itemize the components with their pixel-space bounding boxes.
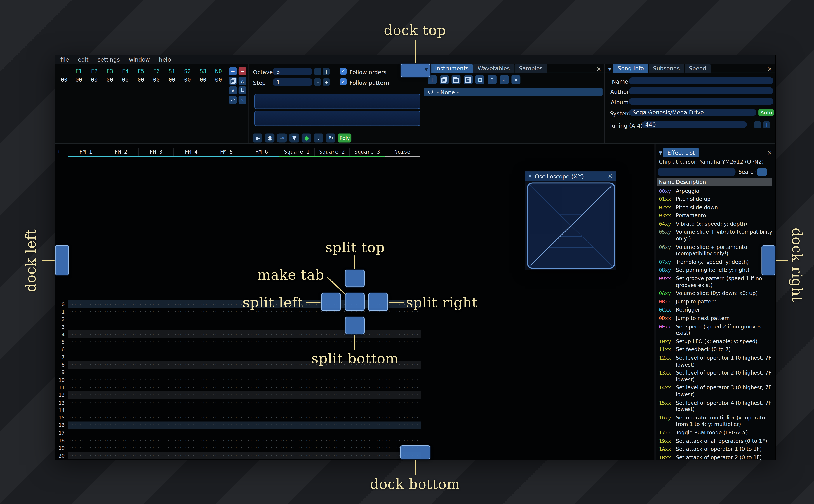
pattern-cell[interactable]: ··· ·· ·· ··· — [138, 415, 173, 420]
step-one-row-button[interactable]: ▼ — [289, 134, 299, 143]
order-value-f3[interactable]: 00 — [102, 76, 118, 83]
channel-header-fm-3[interactable]: FM 3 — [139, 148, 174, 156]
play-button[interactable]: ▶ — [253, 134, 263, 143]
tab-speed[interactable]: Speed — [685, 64, 711, 73]
pattern-cell[interactable]: ··· ·· ·· ··· — [208, 423, 244, 428]
pattern-cell[interactable]: ··· ·· ·· ··· — [314, 377, 349, 382]
pattern-cell[interactable]: ··· ·· ·· ··· — [384, 408, 420, 412]
channel-options-button[interactable]: ++ — [57, 149, 64, 155]
pattern-cell[interactable]: ··· ·· ·· ··· — [103, 446, 138, 450]
piano-widget[interactable] — [254, 94, 421, 126]
order-value-f2[interactable]: 00 — [86, 76, 102, 83]
pattern-cell[interactable]: ··· ·· ·· ··· — [173, 430, 209, 435]
pattern-cell[interactable]: ··· ·· ·· ··· — [103, 309, 138, 314]
pattern-cell[interactable]: ··· ·· ·· ··· — [68, 362, 103, 367]
pattern-cell[interactable]: ··· ·· ·· ··· — [314, 317, 349, 322]
pattern-cell[interactable]: ··· ·· ·· ··· — [279, 324, 314, 329]
pattern-cell[interactable]: ··· ·· ·· ··· — [244, 347, 279, 352]
tab-wavetables[interactable]: Wavetables — [473, 64, 514, 73]
pattern-cell[interactable]: ··· ·· ·· ··· — [68, 317, 103, 322]
effect-search-input[interactable] — [658, 168, 736, 176]
pattern-cell[interactable]: ··· ·· ·· ··· — [349, 430, 384, 435]
pattern-cell[interactable]: ··· ·· ·· ··· — [138, 400, 173, 405]
pattern-cell[interactable]: ··· ·· ·· ··· — [68, 438, 103, 443]
split-target-bottom[interactable] — [345, 317, 364, 334]
octave-increase-button[interactable]: + — [323, 68, 330, 75]
pattern-cell[interactable]: ··· ·· ·· ··· — [173, 393, 209, 397]
pattern-cell[interactable]: ··· ·· ·· ··· — [279, 400, 314, 405]
pattern-cell[interactable]: ··· ·· ·· ··· — [244, 355, 279, 359]
follow-orders-checkbox[interactable]: ✓ — [340, 68, 347, 75]
pattern-cell[interactable]: ··· ·· ·· ··· — [208, 362, 244, 367]
pattern-cell[interactable]: ··· ·· ·· ··· — [349, 400, 384, 405]
pattern-cell[interactable]: ··· ·· ·· ··· — [68, 370, 103, 375]
pattern-cell[interactable]: ··· ·· ·· ··· — [384, 415, 420, 420]
pattern-cell[interactable]: ··· ·· ·· ··· — [103, 438, 138, 443]
pattern-cell[interactable]: ··· ·· ·· ··· — [244, 430, 279, 435]
menu-help[interactable]: help — [159, 56, 171, 63]
channel-header-square-3[interactable]: Square 3 — [350, 148, 385, 156]
oscilloscope-title-bar[interactable]: ▼ Oscilloscope (X-Y) × — [525, 172, 616, 181]
close-icon[interactable]: × — [767, 149, 772, 156]
collapse-icon[interactable]: ▼ — [659, 151, 662, 155]
effect-list-menu-button[interactable]: ≡ — [757, 168, 767, 176]
pattern-cell[interactable]: ··· ·· ·· ··· — [244, 400, 279, 405]
channel-header-fm-2[interactable]: FM 2 — [104, 148, 139, 156]
pattern-cell[interactable]: ··· ·· ·· ··· — [349, 385, 384, 390]
channel-header-fm-4[interactable]: FM 4 — [174, 148, 209, 156]
pattern-cell[interactable]: ··· ·· ·· ··· — [208, 393, 244, 397]
pattern-cell[interactable]: ··· ·· ·· ··· — [103, 370, 138, 375]
octave-decrease-button[interactable]: - — [314, 68, 321, 75]
pattern-cell[interactable]: ··· ·· ·· ··· — [349, 423, 384, 428]
order-row-index[interactable]: 00 — [57, 76, 71, 83]
pattern-cell[interactable]: ··· ·· ·· ··· — [314, 423, 349, 428]
make-tab-target[interactable] — [345, 293, 364, 311]
pattern-cell[interactable]: ··· ·· ·· ··· — [279, 446, 314, 450]
pattern-cell[interactable]: ··· ·· ·· ··· — [173, 362, 209, 367]
pattern-cell[interactable]: ··· ·· ·· ··· — [173, 446, 209, 450]
pattern-cell[interactable]: ··· ·· ·· ··· — [244, 317, 279, 322]
order-value-f5[interactable]: 00 — [133, 76, 149, 83]
pattern-cell[interactable]: ··· ·· ·· ··· — [103, 317, 138, 322]
tuning-field[interactable]: 440 — [642, 121, 747, 128]
pattern-cell[interactable]: ··· ·· ·· ··· — [279, 393, 314, 397]
pattern-cell[interactable]: ··· ·· ·· ··· — [349, 446, 384, 450]
pattern-cell[interactable]: ··· ·· ·· ··· — [173, 377, 209, 382]
pattern-cell[interactable]: ··· ·· ·· ··· — [208, 370, 244, 375]
pattern-cell[interactable]: ··· ·· ·· ··· — [173, 332, 209, 337]
pattern-cell[interactable]: ··· ·· ·· ··· — [173, 302, 209, 307]
system-field[interactable]: Sega Genesis/Mega Drive — [629, 109, 757, 116]
pattern-cell[interactable]: ··· ·· ·· ··· — [349, 415, 384, 420]
close-icon[interactable]: × — [608, 173, 613, 179]
pattern-cell[interactable]: ··· ·· ·· ··· — [68, 423, 103, 428]
pattern-cell[interactable]: ··· ·· ·· ··· — [208, 385, 244, 390]
move-instrument-up-button[interactable]: ↑ — [488, 75, 497, 84]
pattern-cell[interactable]: ··· ·· ·· ··· — [103, 453, 138, 458]
add-order-button[interactable]: + — [229, 67, 237, 75]
collapse-icon[interactable]: ▼ — [608, 67, 612, 71]
menu-edit[interactable]: edit — [78, 56, 89, 63]
order-value-n0[interactable]: 00 — [211, 76, 226, 83]
pattern-cell[interactable]: ··· ·· ·· ··· — [349, 393, 384, 397]
pattern-cell[interactable]: ··· ·· ·· ··· — [314, 446, 349, 450]
pattern-cell[interactable]: ··· ·· ·· ··· — [244, 438, 279, 443]
split-target-left[interactable] — [321, 293, 341, 311]
pattern-cell[interactable]: ··· ·· ·· ··· — [244, 332, 279, 337]
pattern-cell[interactable]: ··· ·· ·· ··· — [314, 453, 349, 458]
change-all-orders-button[interactable]: ⇄ — [229, 96, 237, 104]
pattern-cell[interactable]: ··· ·· ·· ··· — [138, 453, 173, 458]
split-target-right[interactable] — [368, 293, 388, 311]
pattern-cell[interactable]: ··· ·· ·· ··· — [244, 393, 279, 397]
pattern-cell[interactable]: ··· ·· ·· ··· — [244, 408, 279, 412]
pattern-cell[interactable]: ··· ·· ·· ··· — [314, 415, 349, 420]
order-value-f1[interactable]: 00 — [71, 76, 86, 83]
pattern-cell[interactable]: ··· ·· ·· ··· — [279, 370, 314, 375]
pattern-cell[interactable]: ··· ·· ·· ··· — [208, 430, 244, 435]
pattern-cell[interactable]: ··· ·· ·· ··· — [384, 430, 420, 435]
pattern-cell[interactable]: ··· ·· ·· ··· — [244, 362, 279, 367]
pattern-cell[interactable]: ··· ·· ·· ··· — [173, 415, 209, 420]
move-order-up-button[interactable]: ∧ — [238, 77, 246, 85]
pattern-cell[interactable]: ··· ·· ·· ··· — [103, 377, 138, 382]
name-field[interactable] — [629, 77, 773, 84]
pattern-cell[interactable]: ··· ·· ·· ··· — [68, 453, 103, 458]
